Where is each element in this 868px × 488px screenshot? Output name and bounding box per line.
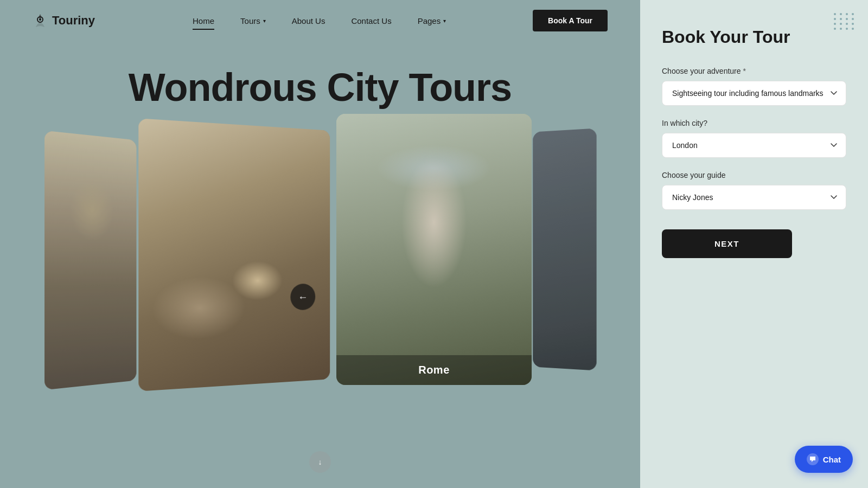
chat-icon: [807, 453, 819, 465]
chevron-down-icon: ▾: [263, 18, 266, 24]
nav-contact[interactable]: Contact Us: [351, 16, 391, 25]
book-tour-button[interactable]: Book A Tour: [533, 10, 608, 31]
city-form-group: In which city? London Rome Paris Barcelo…: [662, 119, 846, 158]
chevron-down-icon: ↓: [318, 458, 322, 466]
navbar: Touriny Home Tours ▾ About Us Contact Us…: [0, 0, 640, 41]
photo-left-main: [138, 118, 330, 391]
photo-left-far: [44, 131, 136, 390]
nav-tours[interactable]: Tours ▾: [240, 16, 266, 25]
adventure-label: Choose your adventure *: [662, 67, 846, 75]
adventure-form-group: Choose your adventure * Sightseeing tour…: [662, 67, 846, 106]
nav-cta: Book A Tour: [533, 10, 608, 31]
guide-label: Choose your guide: [662, 171, 846, 179]
city-label: In which city?: [662, 119, 846, 127]
photo-right-main: [533, 129, 596, 371]
gallery-card-right-main: [533, 129, 596, 371]
chat-button[interactable]: Chat: [795, 446, 853, 473]
nav-home[interactable]: Home: [193, 16, 214, 25]
logo-icon: [33, 13, 48, 28]
photo-center: [336, 114, 532, 385]
gallery-card-center: Rome: [336, 114, 532, 385]
nav-links: Home Tours ▾ About Us Contact Us Pages ▾: [193, 16, 446, 25]
chevron-down-icon: ▾: [443, 18, 446, 24]
logo[interactable]: Touriny: [33, 13, 95, 28]
booking-panel: Book Your Tour Choose your adventure * S…: [640, 0, 868, 488]
gallery-card-left-main: ←: [138, 118, 330, 391]
hero-title: Wondrous City Tours: [0, 65, 640, 110]
nav-about[interactable]: About Us: [292, 16, 326, 25]
chat-label: Chat: [823, 455, 841, 464]
guide-form-group: Choose your guide Nicky Jones John Smith…: [662, 171, 846, 210]
adventure-select[interactable]: Sightseeing tour including famous landma…: [662, 81, 846, 106]
chat-bubble-icon: [809, 456, 816, 463]
gallery: ← Rome: [0, 114, 640, 488]
guide-select[interactable]: Nicky Jones John Smith Maria Garcia: [662, 185, 846, 210]
nav-pages[interactable]: Pages ▾: [418, 16, 446, 25]
main-content: Touriny Home Tours ▾ About Us Contact Us…: [0, 0, 640, 488]
logo-text: Touriny: [52, 14, 95, 28]
dots-decoration: [834, 13, 855, 30]
required-marker: *: [743, 67, 745, 75]
gallery-card-left-far: [44, 131, 136, 390]
scroll-indicator[interactable]: ↓: [309, 451, 331, 473]
gallery-city-label: Rome: [336, 355, 532, 385]
next-button[interactable]: NEXT: [662, 229, 792, 258]
city-select[interactable]: London Rome Paris Barcelona Berlin: [662, 133, 846, 158]
panel-title: Book Your Tour: [662, 27, 846, 47]
